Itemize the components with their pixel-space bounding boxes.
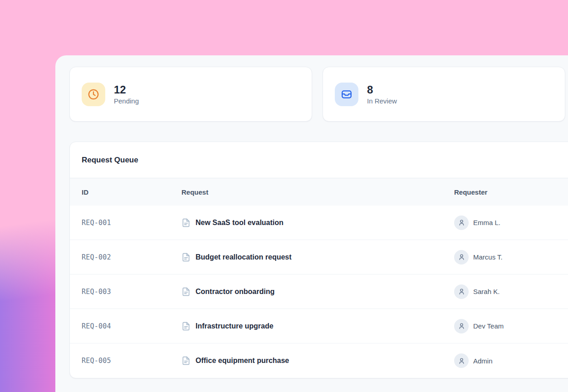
request-title: Contractor onboarding [196, 288, 274, 296]
column-header-requester: Requester [454, 188, 568, 196]
pending-count: 12 [114, 83, 139, 96]
avatar [454, 250, 469, 265]
avatar [454, 319, 469, 333]
table-row[interactable]: REQ-001 New SaaS tool evaluation Emma L. [70, 206, 568, 240]
table-row[interactable]: REQ-005 Office equipment purchase Admin [70, 343, 568, 378]
requester-name: Sarah K. [473, 288, 499, 295]
in-review-label: In Review [367, 97, 397, 105]
pending-label: Pending [114, 97, 139, 105]
page-title: Request Queue [82, 156, 138, 165]
column-header-request: Request [181, 188, 454, 196]
file-text-icon [181, 253, 191, 262]
clock-icon [82, 83, 105, 106]
request-id: REQ-001 [82, 219, 181, 227]
requester-name: Dev Team [473, 322, 504, 330]
in-review-count: 8 [367, 83, 397, 96]
request-title: Infrastructure upgrade [196, 322, 274, 330]
file-text-icon [181, 322, 191, 331]
main-panel: 12 Pending 8 In Review Request Queue ID … [55, 55, 568, 392]
file-text-icon [181, 287, 191, 296]
column-header-id: ID [82, 188, 181, 196]
requester-name: Emma L. [473, 219, 500, 226]
table-row[interactable]: REQ-003 Contractor onboarding Sarah K. [70, 274, 568, 309]
avatar [454, 353, 469, 368]
file-text-icon [181, 356, 191, 365]
stat-card-pending: 12 Pending [69, 67, 312, 122]
stat-text: 8 In Review [367, 83, 397, 105]
table-header-row: ID Request Requester [70, 178, 568, 206]
stat-card-in-review: 8 In Review [323, 67, 565, 122]
stats-row: 12 Pending 8 In Review [69, 67, 568, 122]
table-row[interactable]: REQ-004 Infrastructure upgrade Dev Team [70, 309, 568, 343]
avatar [454, 216, 469, 230]
file-text-icon [181, 218, 191, 227]
requester-name: Admin [473, 357, 493, 365]
request-id: REQ-004 [82, 322, 181, 330]
request-title: New SaaS tool evaluation [196, 219, 284, 227]
request-title: Budget reallocation request [196, 253, 292, 261]
table-row[interactable]: REQ-002 Budget reallocation request Marc… [70, 240, 568, 274]
stat-text: 12 Pending [114, 83, 139, 105]
request-id: REQ-003 [82, 288, 181, 296]
request-id: REQ-002 [82, 253, 181, 261]
requester-name: Marcus T. [473, 253, 503, 261]
request-id: REQ-005 [82, 357, 181, 365]
request-queue-card: Request Queue ID Request Requester REQ-0… [69, 142, 568, 378]
inbox-icon [335, 83, 358, 106]
avatar [454, 284, 469, 299]
card-header: Request Queue [70, 142, 568, 178]
request-title: Office equipment purchase [196, 357, 289, 365]
